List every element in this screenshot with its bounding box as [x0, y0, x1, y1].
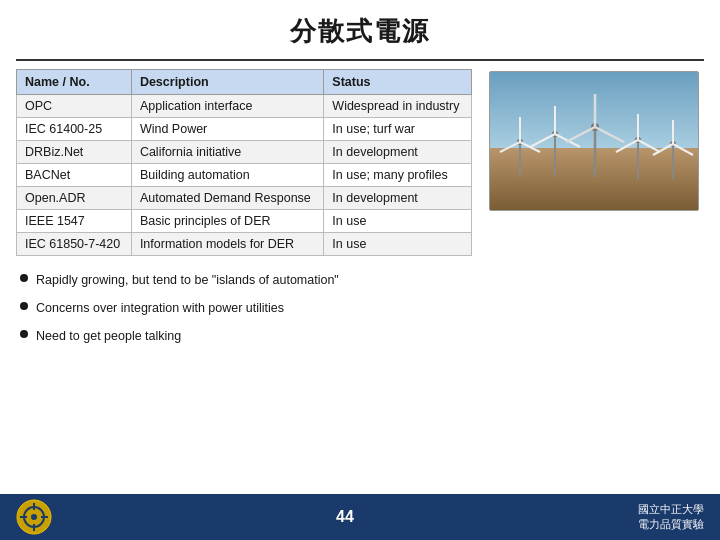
table-cell: Information models for DER: [131, 233, 323, 256]
table-cell: In use; turf war: [324, 118, 472, 141]
standards-table: Name / No. Description Status OPCApplica…: [16, 69, 472, 256]
bullet-item: Rapidly growing, but tend to be "islands…: [20, 270, 472, 290]
university-name-line2: 電力品質實驗: [638, 517, 704, 532]
wind-turbines-svg: [490, 72, 699, 211]
svg-point-27: [31, 514, 37, 520]
bullet-dot: [20, 274, 28, 282]
bullet-points: Rapidly growing, but tend to be "islands…: [16, 270, 472, 346]
table-row: DRBiz.NetCalifornia initiativeIn develop…: [17, 141, 472, 164]
bullet-text: Need to get people talking: [36, 326, 181, 346]
footer-page-number: 44: [336, 508, 354, 526]
table-header-row: Name / No. Description Status: [17, 70, 472, 95]
col-header-status: Status: [324, 70, 472, 95]
table-cell: Application interface: [131, 95, 323, 118]
bullet-text: Rapidly growing, but tend to be "islands…: [36, 270, 339, 290]
wind-farm-image: [489, 71, 699, 211]
table-row: IEC 61400-25Wind PowerIn use; turf war: [17, 118, 472, 141]
university-name-line1: 國立中正大學: [638, 502, 704, 517]
table-cell: Basic principles of DER: [131, 210, 323, 233]
svg-line-13: [566, 127, 595, 142]
table-cell: In development: [324, 141, 472, 164]
table-row: OPCApplication interfaceWidespread in in…: [17, 95, 472, 118]
footer-logo-right: 國立中正大學 電力品質實驗: [638, 502, 704, 533]
table-cell: In use: [324, 233, 472, 256]
table-row: IEEE 1547Basic principles of DERIn use: [17, 210, 472, 233]
bullet-dot: [20, 302, 28, 310]
table-cell: Building automation: [131, 164, 323, 187]
table-cell: Wind Power: [131, 118, 323, 141]
footer-logo-icon: [16, 499, 52, 535]
table-row: IEC 61850-7-420Information models for DE…: [17, 233, 472, 256]
table-cell: Open.ADR: [17, 187, 132, 210]
table-cell: California initiative: [131, 141, 323, 164]
page-title: 分散式電源: [0, 0, 720, 59]
col-header-description: Description: [131, 70, 323, 95]
bullet-text: Concerns over integration with power uti…: [36, 298, 284, 318]
svg-line-24: [673, 144, 693, 155]
table-cell: In development: [324, 187, 472, 210]
footer-bar: 44 國立中正大學 電力品質實驗: [0, 494, 720, 540]
svg-line-3: [500, 142, 520, 152]
bullet-dot: [20, 330, 28, 338]
svg-line-18: [616, 140, 638, 152]
divider: [16, 59, 704, 61]
table-row: Open.ADRAutomated Demand ResponseIn deve…: [17, 187, 472, 210]
svg-line-8: [530, 134, 555, 147]
table-cell: OPC: [17, 95, 132, 118]
svg-line-14: [595, 127, 624, 142]
table-cell: Automated Demand Response: [131, 187, 323, 210]
bullet-item: Need to get people talking: [20, 326, 472, 346]
table-row: BACNetBuilding automationIn use; many pr…: [17, 164, 472, 187]
col-header-name: Name / No.: [17, 70, 132, 95]
table-cell: Widespread in industry: [324, 95, 472, 118]
table-cell: IEEE 1547: [17, 210, 132, 233]
svg-line-19: [638, 140, 660, 152]
table-cell: DRBiz.Net: [17, 141, 132, 164]
bullet-item: Concerns over integration with power uti…: [20, 298, 472, 318]
main-content: Name / No. Description Status OPCApplica…: [0, 69, 720, 354]
table-cell: In use; many profiles: [324, 164, 472, 187]
footer-logo-left: [16, 499, 52, 535]
table-cell: BACNet: [17, 164, 132, 187]
left-section: Name / No. Description Status OPCApplica…: [16, 69, 472, 354]
table-cell: IEC 61400-25: [17, 118, 132, 141]
right-section: [484, 69, 704, 354]
table-cell: IEC 61850-7-420: [17, 233, 132, 256]
table-cell: In use: [324, 210, 472, 233]
